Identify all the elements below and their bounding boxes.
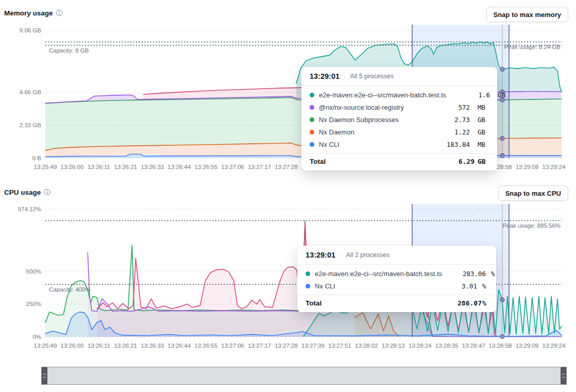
x-axis-tick-label: 13:29:09 [516, 343, 539, 349]
tooltip-total-label: Total [310, 158, 445, 165]
process-name: Nx Daemon [319, 128, 435, 136]
capacity-label: Capacity: 8 GB [49, 47, 89, 54]
process-name: Nx CLI [319, 141, 435, 148]
x-axis-tick-label: 13:28:02 [355, 343, 378, 349]
y-axis-tick-label: 9.06 GB [20, 27, 42, 33]
range-track[interactable] [47, 367, 561, 384]
series-color-dot-icon [310, 93, 314, 97]
x-axis-tick-label: 13:27:39 [301, 343, 325, 349]
process-value: 183.84 [440, 141, 470, 148]
y-axis-tick-label: 500% [26, 268, 41, 275]
process-unit: GB [478, 128, 489, 136]
process-value: 3.01 [447, 282, 477, 290]
process-unit: MB [478, 141, 489, 148]
x-axis-tick-label: 13:27:17 [248, 343, 271, 349]
process-name: e2e-maven:e2e-ci--src/maven-batch.test.t… [319, 91, 455, 99]
series-color-dot-icon [310, 105, 314, 110]
memory-chart-title: Memory usage [4, 9, 53, 17]
process-name: e2e-maven:e2e-ci--src/maven-batch.test.t… [315, 270, 451, 278]
memory-tooltip: 13:29:01 · All 5 processes e2e-maven:e2e… [301, 67, 497, 171]
range-selector[interactable] [41, 367, 567, 385]
x-axis-tick-label: 13:28:58 [489, 343, 512, 349]
x-axis-tick-label: 13:29:24 [543, 164, 566, 170]
profiler-app: Memory usage ⓘ Snap to max memory 9.06 G… [0, 0, 576, 392]
x-axis-tick-label: 13:26:44 [167, 164, 191, 170]
cpu-tooltip-header: 13:29:01 · All 2 processes [297, 246, 496, 265]
tooltip-process-row: Nx CLI3.01% [297, 280, 496, 292]
x-axis-tick-label: 13:27:06 [221, 343, 244, 349]
x-axis-tick-label: 13:27:51 [328, 343, 351, 349]
hover-point-marker [500, 154, 504, 158]
y-axis-tick-label: 4.66 GB [20, 89, 42, 95]
process-unit: MB [478, 104, 489, 111]
process-value: 572 [440, 104, 470, 111]
tooltip-total-value: 6.29 [445, 158, 475, 165]
process-unit: GB [478, 116, 489, 124]
grip-icon [562, 374, 565, 378]
memory-tooltip-rows: e2e-maven:e2e-ci--src/maven-batch.test.t… [301, 86, 497, 153]
process-value: 1.6 [460, 91, 490, 99]
cpu-tooltip-rows: e2e-maven:e2e-ci--src/maven-batch.test.t… [297, 265, 496, 295]
process-unit: GB [498, 91, 505, 99]
x-axis-tick-label: 13:28:35 [435, 343, 459, 349]
tooltip-process-row: e2e-maven:e2e-ci--src/maven-batch.test.t… [301, 89, 497, 101]
cpu-tooltip: 13:29:01 · All 2 processes e2e-maven:e2e… [297, 246, 496, 312]
memory-info-icon[interactable]: ⓘ [56, 10, 63, 16]
x-axis-tick-label: 13:29:24 [543, 343, 566, 349]
capacity-label: Capacity: 400% [49, 286, 91, 293]
tooltip-separator: · [340, 251, 342, 259]
process-unit: % [491, 270, 495, 278]
memory-tooltip-header: 13:29:01 · All 5 processes [301, 67, 497, 86]
x-axis-tick-label: 13:25:49 [34, 164, 57, 170]
peak-usage-label: Peak usage: 885.56% [502, 223, 561, 229]
snap-to-max-cpu-button[interactable]: Snap to max CPU [498, 185, 568, 201]
series-color-dot-icon [306, 284, 310, 288]
hover-point-marker [500, 334, 504, 338]
cpu-tooltip-total: Total 286.07 % [297, 295, 496, 312]
tooltip-process-row: @nx/nx-source:local-registry572MB [301, 101, 497, 113]
grip-icon [43, 374, 46, 378]
y-axis-tick-label: 2.33 GB [20, 122, 42, 128]
cpu-chart-title: CPU usage [4, 189, 41, 196]
x-axis-tick-label: 13:26:00 [61, 343, 84, 349]
x-axis-tick-label: 13:26:55 [194, 164, 217, 170]
x-axis-tick-label: 13:26:21 [114, 343, 137, 349]
process-name: @nx/nx-source:local-registry [319, 104, 435, 111]
tooltip-total-unit: GB [478, 158, 489, 165]
process-value: 1.22 [440, 128, 470, 136]
memory-tooltip-total: Total 6.29 GB [301, 153, 497, 171]
x-axis-tick-label: 13:26:55 [194, 343, 217, 349]
series-color-dot-icon [310, 130, 314, 134]
x-axis-tick-label: 13:27:28 [275, 343, 298, 349]
y-axis-tick-label: 250% [26, 301, 41, 307]
tooltip-process-row: e2e-maven:e2e-ci--src/maven-batch.test.t… [297, 267, 496, 280]
tooltip-separator: · [344, 73, 346, 80]
x-axis-tick-label: 13:28:13 [382, 343, 405, 349]
tooltip-total-label: Total [306, 299, 452, 307]
process-value: 283.06 [456, 270, 486, 278]
x-axis-tick-label: 13:26:00 [61, 164, 84, 170]
series-color-dot-icon [310, 117, 314, 122]
x-axis-tick-label: 13:26:21 [114, 164, 137, 170]
range-handle-left[interactable] [42, 367, 47, 384]
process-unit: % [482, 282, 488, 290]
x-axis-tick-label: 13:26:11 [88, 164, 110, 170]
series-color-dot-icon [306, 271, 310, 276]
tooltip-process-row: Nx Daemon Subprocesses2.73GB [301, 113, 497, 126]
process-name: Nx CLI [315, 282, 443, 290]
tooltip-process-row: Nx Daemon1.22GB [301, 126, 497, 138]
cpu-chart-header: CPU usage ⓘ [4, 189, 50, 196]
range-handle-right[interactable] [561, 367, 566, 384]
tooltip-time: 13:29:01 [310, 72, 340, 80]
memory-chart-header: Memory usage ⓘ [4, 9, 63, 17]
peak-usage-label: Peak usage: 8.24 GB [504, 44, 561, 50]
hover-point-marker [500, 67, 504, 72]
cpu-info-icon[interactable]: ⓘ [44, 189, 50, 196]
x-axis-tick-label: 13:25:49 [34, 343, 57, 349]
snap-to-max-memory-button[interactable]: Snap to max memory [486, 7, 569, 22]
tooltip-process-row: Nx CLI183.84MB [301, 138, 497, 150]
process-value: 2.73 [440, 116, 470, 124]
x-axis-tick-label: 13:27:17 [248, 164, 271, 170]
hover-point-marker [500, 298, 504, 302]
tooltip-subtitle: All 2 processes [346, 251, 389, 259]
